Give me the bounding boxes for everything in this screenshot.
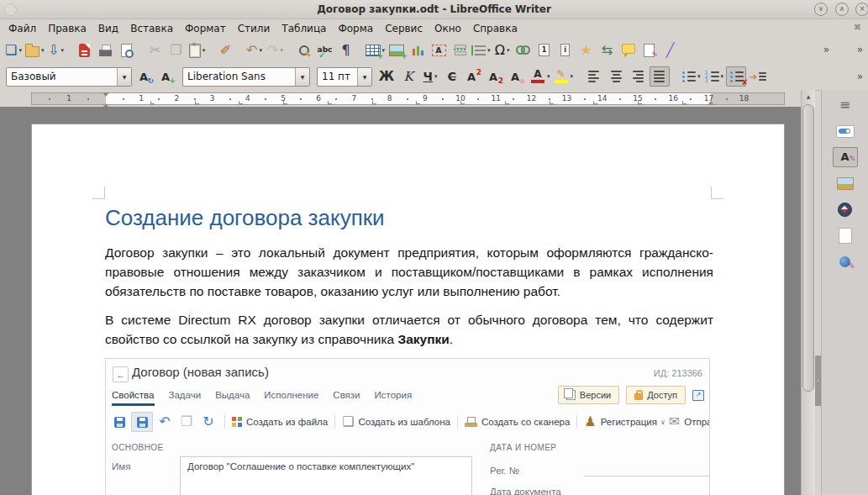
menu-insert[interactable]: Вставка — [124, 21, 179, 36]
gallery[interactable] — [833, 173, 858, 193]
insert-hyperlink[interactable] — [513, 40, 534, 61]
font-name-combo[interactable]: Liberation Sans▼ — [182, 67, 310, 87]
print-preview[interactable] — [117, 40, 137, 61]
no-list-icon: ✘ — [729, 71, 744, 82]
clear-formatting-icon: A◆ — [510, 69, 525, 84]
text-boundary-corner — [92, 187, 105, 199]
document-page[interactable]: Создание договора закупки Договор закупк… — [31, 124, 785, 495]
first-line-indent-marker[interactable] — [103, 92, 109, 108]
spelling[interactable]: abc — [315, 40, 335, 61]
toolbar-overflow-icon[interactable]: » — [857, 44, 863, 55]
maximize-button[interactable]: ∧ — [835, 3, 849, 16]
menu-window[interactable]: Окно — [429, 21, 467, 36]
save-document[interactable]: ⇩▾ — [46, 40, 66, 61]
insert-comment[interactable] — [618, 40, 639, 61]
menu-format[interactable]: Формат — [179, 21, 232, 36]
insert-footnote[interactable]: 1 — [534, 40, 555, 61]
shot-tab-issuance: Выдача — [215, 390, 250, 406]
redo[interactable]: ↷▾ — [266, 40, 286, 61]
scrollbar-thumb[interactable] — [802, 104, 814, 392]
menu-tools[interactable]: Сервис — [379, 21, 429, 36]
navigator[interactable] — [833, 199, 858, 219]
toolbar-overflow-icon[interactable]: » — [857, 71, 863, 82]
paste[interactable]: ▾ — [187, 40, 208, 61]
export-pdf[interactable] — [75, 40, 95, 61]
insert-special-character[interactable]: Ω▾ — [492, 40, 513, 61]
clone-formatting[interactable]: ✐ — [216, 40, 236, 61]
cut[interactable]: ✂ — [145, 40, 166, 61]
cut-icon: ✂ — [150, 44, 160, 57]
vertical-scrollbar[interactable]: ▲ — [801, 90, 815, 495]
new-document[interactable]: ❏▾ — [3, 40, 24, 61]
insert-bookmark[interactable]: ★ — [576, 40, 597, 61]
align-right[interactable] — [628, 66, 648, 87]
insert-text-box[interactable]: A — [429, 40, 449, 61]
find-and-replace[interactable] — [294, 40, 314, 61]
underline[interactable]: Ч▾ — [420, 66, 440, 87]
new-style[interactable]: A+ — [158, 66, 178, 87]
right-indent-marker[interactable] — [708, 97, 714, 105]
clear-formatting[interactable]: A◆ — [508, 66, 528, 87]
document-paragraph[interactable]: В системе Directum RX договор закупки от… — [105, 310, 713, 349]
formatting-marks[interactable]: ¶ — [336, 40, 356, 61]
justify[interactable] — [650, 66, 670, 87]
paste-icon — [189, 44, 201, 58]
new-style-icon: A+ — [160, 69, 176, 84]
close-document-icon[interactable]: ✖ — [854, 22, 861, 33]
menu-styles[interactable]: Стили — [232, 21, 276, 36]
ruler-number: 11 — [491, 93, 500, 104]
document-paragraph[interactable]: Договор закупки – это локальный документ… — [105, 243, 713, 301]
menu-view[interactable]: Вид — [92, 21, 124, 36]
embedded-screenshot-image[interactable]: ← Договор (новая запись) ИД: 213366 Свой… — [105, 358, 710, 495]
insert-page-break[interactable] — [450, 40, 470, 61]
menu-file[interactable]: Файл — [3, 21, 42, 36]
sidebar-settings[interactable]: ≡ — [833, 95, 858, 115]
insert-line[interactable]: ╱ — [660, 40, 681, 61]
paragraph-style-combo[interactable]: Базовый▼ — [6, 67, 132, 87]
insert-line-icon: ╱ — [666, 44, 675, 57]
minimize-button[interactable]: ∨ — [814, 3, 828, 16]
copy[interactable]: ❐ — [166, 40, 187, 61]
open-document[interactable]: ▾ — [24, 40, 45, 61]
font-color[interactable]: A▾ — [529, 66, 551, 87]
scrollbar-up-icon[interactable]: ▲ — [802, 90, 815, 103]
undo[interactable]: ↶▾ — [245, 40, 265, 61]
close-button[interactable]: × — [855, 3, 868, 16]
page[interactable] — [833, 225, 858, 245]
menu-edit[interactable]: Правка — [42, 21, 92, 36]
subscript[interactable]: A2 — [486, 66, 506, 87]
superscript[interactable]: A2 — [464, 66, 484, 87]
menu-table[interactable]: Таблица — [276, 21, 332, 36]
align-center[interactable] — [606, 66, 626, 87]
style-inspector[interactable] — [833, 251, 858, 271]
ordered-list[interactable]: 123▾ — [703, 66, 725, 87]
update-paragraph-style[interactable]: A↻ — [136, 66, 156, 87]
shot-name-input: Договор "Соглашение о поставке комплекту… — [180, 456, 472, 495]
properties[interactable] — [833, 121, 858, 141]
unordered-list[interactable]: ▾ — [680, 66, 702, 87]
track-changes[interactable] — [639, 40, 660, 61]
print[interactable] — [96, 40, 116, 61]
insert-table[interactable]: ▾ — [365, 40, 387, 61]
align-left-icon — [588, 71, 600, 82]
font-size-combo[interactable]: 11 пт▼ — [317, 67, 372, 87]
insert-endnote[interactable]: i — [555, 40, 576, 61]
align-left[interactable] — [584, 66, 604, 87]
insert-chart[interactable] — [408, 40, 428, 61]
toolbar-overflow-icon[interactable]: » — [823, 44, 829, 55]
sidebar-hide-handle[interactable]: › — [815, 355, 821, 406]
titlebar[interactable]: Договор закупки.odt - LibreOffice Writer… — [0, 0, 868, 19]
insert-image[interactable] — [387, 40, 407, 61]
bold[interactable]: Ж — [376, 66, 397, 87]
insert-field[interactable]: ▾ — [471, 40, 492, 61]
styles[interactable]: A — [833, 147, 858, 167]
highlight-color[interactable]: ✎▾ — [553, 66, 575, 87]
strikethrough[interactable]: С — [442, 66, 462, 87]
insert-cross-reference[interactable]: ⇆ — [597, 40, 618, 61]
no-list[interactable]: ✘ — [726, 66, 746, 87]
italic[interactable]: K — [398, 66, 418, 87]
increase-indent[interactable]: ➔ — [748, 66, 768, 87]
menu-help[interactable]: Справка — [467, 21, 523, 36]
document-heading[interactable]: Создание договора закупки — [105, 205, 713, 231]
menu-form[interactable]: Форма — [332, 21, 379, 36]
